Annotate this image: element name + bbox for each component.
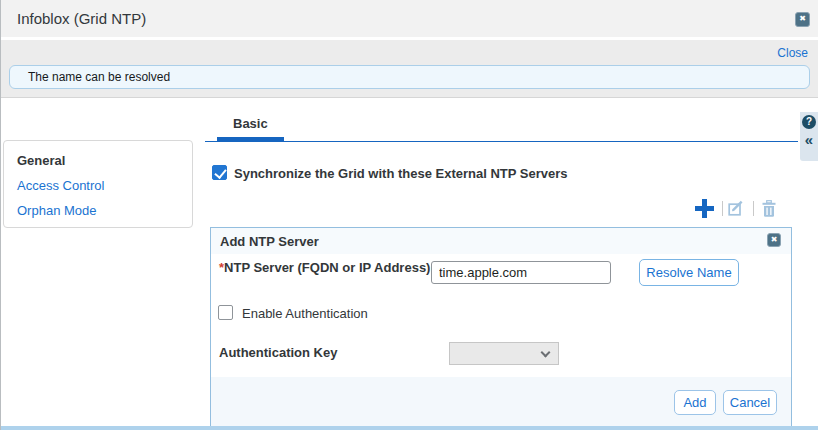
sync-ntp-checkbox[interactable] [212,165,227,180]
collapse-panel-icon[interactable]: « [805,131,813,148]
authentication-key-label: Authentication Key [219,345,337,360]
tab-bar-divider [205,141,798,142]
help-strip: ? « [800,112,818,161]
grid-ntp-dialog: Infoblox (Grid NTP) ✖ Close The name can… [0,0,818,430]
ntp-server-input[interactable] [431,261,611,284]
ntp-server-label-text: NTP Server (FQDN or IP Address) [224,260,430,275]
panel-header: Add NTP Server ✖ [211,228,791,254]
tab-basic[interactable]: Basic [233,116,268,131]
trash-icon[interactable] [761,200,777,222]
bottom-scroll-strip[interactable] [1,426,818,430]
info-message-box: The name can be resolved [9,65,810,89]
add-ntp-server-icon[interactable] [695,199,714,218]
resolve-name-button[interactable]: Resolve Name [639,259,739,286]
toolbar-separator [722,201,723,216]
authentication-key-select[interactable] [449,342,559,365]
add-ntp-server-panel: Add NTP Server ✖ *NTP Server (FQDN or IP… [210,227,792,430]
ntp-server-label: *NTP Server (FQDN or IP Address) [219,260,430,275]
enable-authentication-label: Enable Authentication [242,306,368,321]
add-button[interactable]: Add [674,390,716,415]
info-message-text: The name can be resolved [28,70,170,84]
dialog-titlebar: Infoblox (Grid NTP) ✖ [1,0,818,37]
panel-close-icon[interactable]: ✖ [767,233,781,247]
dialog-close-icon[interactable]: ✖ [795,12,810,27]
panel-title: Add NTP Server [220,234,319,249]
message-band: Close The name can be resolved [1,40,818,98]
edit-icon[interactable] [728,200,745,220]
help-icon[interactable]: ? [802,115,816,129]
sidebar-item-general[interactable]: General [17,152,192,177]
toolbar-separator [753,201,754,216]
sidebar-item-access-control[interactable]: Access Control [17,177,192,202]
close-link[interactable]: Close [777,46,808,60]
sidebar-item-orphan-mode[interactable]: Orphan Mode [17,202,192,227]
sidebar: General Access Control Orphan Mode [3,140,193,228]
dialog-title: Infoblox (Grid NTP) [17,10,146,27]
enable-authentication-checkbox[interactable] [218,305,233,320]
chevron-down-icon [541,348,551,358]
cancel-button[interactable]: Cancel [723,390,777,415]
sync-ntp-label: Synchronize the Grid with these External… [234,166,568,181]
